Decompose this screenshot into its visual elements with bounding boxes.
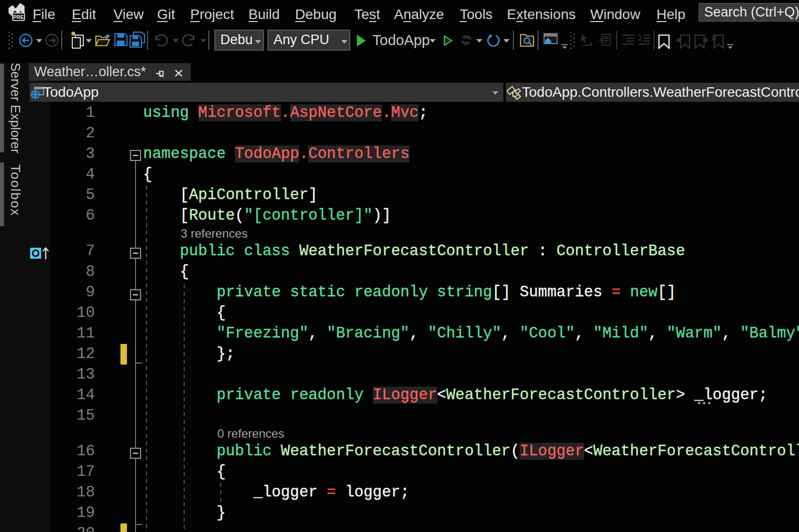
svg-text:PRE: PRE <box>13 14 24 20</box>
